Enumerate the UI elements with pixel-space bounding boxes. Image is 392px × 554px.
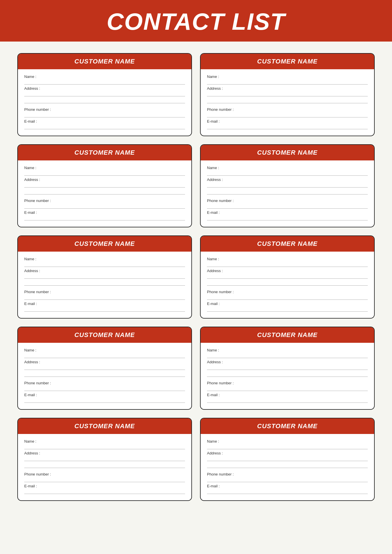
address-line1-8: [207, 365, 368, 370]
phone-field-10: Phone number :: [207, 472, 368, 482]
card-body-1: Name : Address : Phone number : E-mail :: [18, 69, 191, 136]
email-line-5: [24, 306, 185, 312]
email-field-10: E-mail :: [207, 484, 368, 494]
name-field-3: Name :: [24, 166, 185, 176]
name-field-10: Name :: [207, 439, 368, 449]
card-header-title-5: CUSTOMER NAME: [21, 240, 188, 248]
card-body-3: Name : Address : Phone number : E-mail :: [18, 160, 191, 227]
phone-field-5: Phone number :: [24, 290, 185, 300]
address-field-7: Address :: [24, 360, 185, 377]
phone-field-4: Phone number :: [207, 199, 368, 209]
email-field-2: E-mail :: [207, 119, 368, 129]
address-field-4: Address :: [207, 177, 368, 194]
email-line-10: [207, 489, 368, 494]
contact-card-10: CUSTOMER NAME Name : Address : Phone num…: [200, 418, 375, 501]
phone-field-9: Phone number :: [24, 472, 185, 482]
phone-line-6: [207, 295, 368, 300]
phone-field-1: Phone number :: [24, 107, 185, 117]
card-header-10: CUSTOMER NAME: [201, 418, 374, 434]
address-line1-9: [24, 456, 185, 461]
email-line-7: [24, 398, 185, 403]
email-field-7: E-mail :: [24, 393, 185, 403]
name-field-4: Name :: [207, 166, 368, 176]
phone-line-10: [207, 477, 368, 482]
name-label-8: Name :: [207, 348, 368, 352]
phone-field-7: Phone number :: [24, 381, 185, 391]
email-line-8: [207, 398, 368, 403]
email-field-1: E-mail :: [24, 119, 185, 129]
address-line2-9: [24, 463, 185, 468]
address-line1-2: [207, 91, 368, 96]
phone-label-10: Phone number :: [207, 472, 368, 476]
address-line2-7: [24, 372, 185, 377]
email-label-6: E-mail :: [207, 302, 368, 306]
name-field-8: Name :: [207, 348, 368, 358]
card-header-title-6: CUSTOMER NAME: [204, 240, 371, 248]
address-line2-2: [207, 98, 368, 103]
address-line1-6: [207, 274, 368, 279]
phone-line-3: [24, 203, 185, 209]
cards-row-4: CUSTOMER NAME Name : Address : Phone num…: [17, 327, 375, 410]
name-field-9: Name :: [24, 439, 185, 449]
name-field-1: Name :: [24, 74, 185, 85]
contact-card-8: CUSTOMER NAME Name : Address : Phone num…: [200, 327, 375, 410]
address-line2-4: [207, 189, 368, 194]
phone-label-6: Phone number :: [207, 290, 368, 294]
card-header-title-10: CUSTOMER NAME: [204, 422, 371, 430]
card-body-6: Name : Address : Phone number : E-mail :: [201, 252, 374, 318]
name-line-2: [207, 79, 368, 85]
name-field-5: Name :: [24, 257, 185, 267]
email-label-4: E-mail :: [207, 210, 368, 215]
name-line-6: [207, 262, 368, 267]
name-line-4: [207, 171, 368, 176]
card-header-6: CUSTOMER NAME: [201, 236, 374, 252]
name-field-7: Name :: [24, 348, 185, 358]
email-line-9: [24, 489, 185, 494]
card-body-8: Name : Address : Phone number : E-mail :: [201, 343, 374, 409]
phone-line-4: [207, 203, 368, 209]
name-line-5: [24, 262, 185, 267]
address-field-6: Address :: [207, 269, 368, 286]
contact-card-9: CUSTOMER NAME Name : Address : Phone num…: [17, 418, 192, 501]
card-header-4: CUSTOMER NAME: [201, 145, 374, 160]
phone-label-3: Phone number :: [24, 199, 185, 203]
email-field-8: E-mail :: [207, 393, 368, 403]
name-field-2: Name :: [207, 74, 368, 85]
card-body-7: Name : Address : Phone number : E-mail :: [18, 343, 191, 409]
name-line-3: [24, 171, 185, 176]
name-line-8: [207, 353, 368, 358]
address-line2-5: [24, 280, 185, 286]
card-header-2: CUSTOMER NAME: [201, 54, 374, 69]
address-label-8: Address :: [207, 360, 368, 364]
phone-field-6: Phone number :: [207, 290, 368, 300]
phone-label-4: Phone number :: [207, 199, 368, 203]
card-body-4: Name : Address : Phone number : E-mail :: [201, 160, 374, 227]
address-label-7: Address :: [24, 360, 185, 364]
address-label-3: Address :: [24, 177, 185, 182]
contact-card-6: CUSTOMER NAME Name : Address : Phone num…: [200, 235, 375, 319]
email-label-3: E-mail :: [24, 210, 185, 215]
phone-field-8: Phone number :: [207, 381, 368, 391]
card-header-title-1: CUSTOMER NAME: [21, 58, 188, 65]
phone-line-9: [24, 477, 185, 482]
phone-field-3: Phone number :: [24, 199, 185, 209]
email-line-2: [207, 124, 368, 129]
address-label-9: Address :: [24, 451, 185, 455]
card-body-5: Name : Address : Phone number : E-mail :: [18, 252, 191, 318]
email-label-8: E-mail :: [207, 393, 368, 397]
cards-row-3: CUSTOMER NAME Name : Address : Phone num…: [17, 235, 375, 319]
address-line1-10: [207, 456, 368, 461]
phone-line-2: [207, 112, 368, 117]
name-label-3: Name :: [24, 166, 185, 170]
card-body-2: Name : Address : Phone number : E-mail :: [201, 69, 374, 136]
email-line-4: [207, 215, 368, 220]
phone-label-8: Phone number :: [207, 381, 368, 385]
address-line2-3: [24, 189, 185, 194]
address-line2-1: [24, 98, 185, 103]
contact-card-2: CUSTOMER NAME Name : Address : Phone num…: [200, 53, 375, 136]
email-label-9: E-mail :: [24, 484, 185, 488]
phone-label-5: Phone number :: [24, 290, 185, 294]
cards-container: CUSTOMER NAME Name : Address : Phone num…: [0, 53, 392, 512]
card-header-title-9: CUSTOMER NAME: [21, 422, 188, 430]
address-field-3: Address :: [24, 177, 185, 194]
